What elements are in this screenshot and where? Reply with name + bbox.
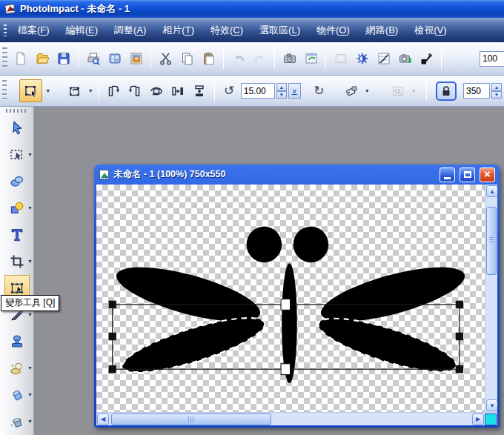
transform-tool-dropdown[interactable]: ▾ [44, 87, 51, 94]
retouch-tool[interactable]: ▾ [1, 355, 33, 382]
document-window[interactable]: 未命名 - 1 (100%) 750x550 × [94, 165, 500, 428]
browse-button[interactable] [126, 49, 146, 69]
open-button[interactable] [32, 49, 52, 69]
close-button[interactable]: × [480, 167, 495, 182]
vertical-scrollbar[interactable]: ▲ ▼ [485, 185, 497, 412]
rotate-cw-button[interactable]: ↻ [309, 81, 329, 101]
new-button[interactable] [10, 49, 30, 69]
free-rotate-button[interactable] [147, 81, 167, 101]
text-tool[interactable] [1, 222, 33, 248]
canvas[interactable] [96, 185, 485, 412]
fill-tool[interactable]: ▾ [1, 408, 33, 435]
size-spinner[interactable]: ▲▼ [491, 83, 502, 99]
tool-dropdown[interactable]: ▾ [28, 151, 31, 158]
toolbar-separator [274, 49, 275, 69]
tag-dropdown[interactable]: ▾ [364, 87, 371, 94]
transform-mode-button[interactable] [65, 81, 85, 101]
preview-dropdown[interactable]: ▾ [411, 87, 417, 94]
color-picker-button[interactable] [417, 49, 437, 69]
spin-down-icon[interactable]: ▼ [276, 91, 287, 99]
flip-horizontal-button[interactable] [168, 81, 188, 101]
size-input[interactable] [463, 83, 490, 99]
scroll-down-button[interactable]: ▼ [486, 399, 497, 411]
toolbar-separator [78, 49, 79, 69]
crop-tool[interactable]: ▾ [1, 248, 33, 275]
redo-button[interactable] [250, 49, 270, 69]
path-drawing-tool[interactable]: ▾ [1, 195, 33, 222]
web-page-button[interactable] [301, 49, 321, 69]
horizontal-scrollbar[interactable]: ◀ ▶ [96, 412, 497, 425]
print-button[interactable] [83, 49, 103, 69]
tool-dropdown[interactable]: ▾ [28, 418, 31, 425]
horizontal-scroll-thumb[interactable] [111, 414, 271, 425]
tool-dropdown[interactable]: ▾ [28, 365, 31, 371]
menu-grip[interactable] [4, 24, 7, 36]
menu-item[interactable]: 檔案(F) [10, 21, 58, 40]
angle-dropdown-button[interactable]: ∨ [288, 83, 301, 99]
quick-fix-button[interactable] [395, 49, 415, 69]
minimize-button[interactable] [440, 167, 455, 182]
menu-item[interactable]: 網路(B) [358, 21, 406, 40]
vertical-scroll-thumb[interactable] [486, 207, 497, 275]
maximize-icon [464, 171, 471, 178]
object-select-tool[interactable] [1, 168, 33, 195]
flip-vertical-button[interactable] [190, 81, 210, 101]
rotate-right-button[interactable] [125, 81, 145, 101]
transform-tool-button[interactable] [19, 79, 42, 102]
rotate-angle-input[interactable] [241, 83, 275, 99]
palette-grip[interactable] [6, 109, 28, 113]
scroll-up-button[interactable]: ▲ [486, 185, 497, 197]
zoom-input[interactable] [480, 51, 504, 67]
clone-tool[interactable] [1, 328, 33, 355]
quick-command-button[interactable] [485, 414, 497, 425]
copy-button[interactable] [177, 49, 197, 69]
scroll-right-button[interactable]: ▶ [472, 414, 484, 425]
transform-mode-dropdown[interactable]: ▾ [87, 87, 94, 94]
menu-item[interactable]: 物件(O) [308, 21, 358, 40]
right-eye [294, 227, 329, 262]
menu-item[interactable]: 相片(T) [154, 21, 202, 40]
toolbar-grip[interactable] [2, 80, 7, 102]
screen-capture-button[interactable] [105, 49, 125, 69]
menu-item[interactable]: 選取區(L) [251, 21, 308, 40]
camera-button[interactable] [279, 49, 299, 69]
menu-item[interactable]: 特效(C) [202, 21, 251, 40]
document-title-bar[interactable]: 未命名 - 1 (100%) 750x550 × [96, 165, 497, 185]
spin-down-icon[interactable]: ▼ [491, 91, 502, 99]
tool-dropdown[interactable]: ▾ [28, 311, 31, 318]
document-icon [99, 169, 110, 180]
lock-button[interactable] [436, 82, 457, 101]
tool-dropdown[interactable]: ▾ [28, 205, 31, 211]
pick-tool[interactable] [1, 115, 33, 142]
lower-right-wing[interactable] [314, 308, 461, 382]
toolbar-grip[interactable] [2, 47, 7, 70]
preview-button[interactable] [388, 81, 408, 101]
toolbar-separator [150, 49, 151, 69]
menu-item[interactable]: 檢視(V) [406, 21, 454, 40]
spin-up-icon[interactable]: ▲ [491, 83, 502, 91]
maximize-button[interactable] [460, 167, 475, 182]
selection-tool[interactable]: ▾ [1, 142, 33, 168]
enhance-button[interactable] [331, 49, 351, 69]
tag-button[interactable] [342, 81, 362, 101]
rotate-left-button[interactable] [104, 81, 124, 101]
reset-rotate-button[interactable]: ↺ [219, 81, 239, 101]
undo-button[interactable] [228, 49, 248, 69]
scroll-left-button[interactable]: ◀ [97, 414, 109, 425]
spin-up-icon[interactable]: ▲ [276, 83, 287, 91]
vertical-scroll-track[interactable] [485, 198, 497, 399]
lower-left-wing[interactable] [118, 308, 269, 383]
tool-dropdown[interactable]: ▾ [28, 391, 31, 398]
angle-spinner[interactable]: ▲▼ [276, 83, 287, 99]
menu-item[interactable]: 調整(A) [106, 21, 154, 40]
horizontal-scroll-track[interactable] [110, 414, 471, 425]
tone-curve-button[interactable] [374, 49, 394, 69]
brightness-contrast-button[interactable] [352, 49, 372, 69]
tool-dropdown[interactable]: ▾ [28, 258, 31, 265]
paste-button[interactable] [199, 49, 219, 69]
menu-item[interactable]: 編輯(E) [58, 21, 106, 40]
cut-button[interactable] [156, 49, 176, 69]
save-button[interactable] [53, 49, 73, 69]
dragonfly-artwork [96, 185, 485, 412]
eraser-tool[interactable]: ▾ [1, 382, 33, 408]
